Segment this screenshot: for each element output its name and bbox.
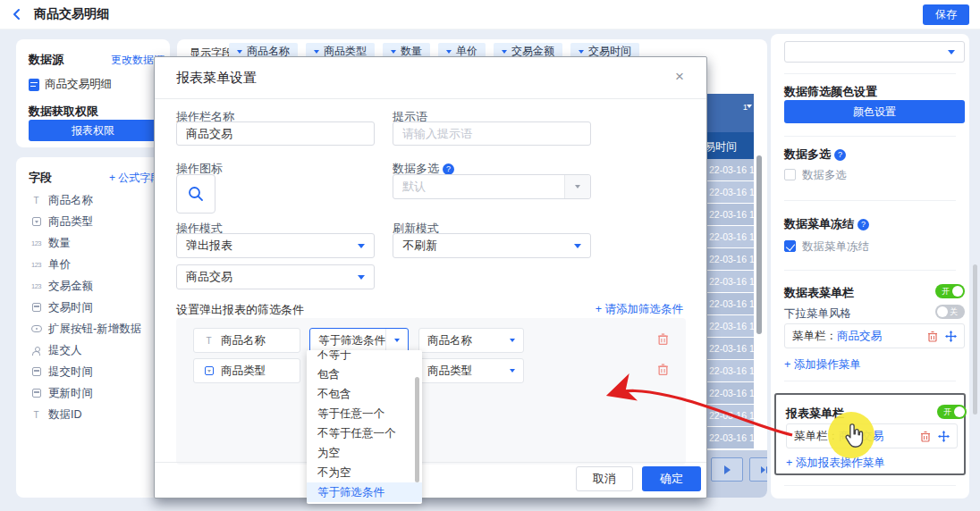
table-scrollbar[interactable] [756, 155, 762, 334]
toggle-knob [954, 406, 965, 417]
mode-dropdown[interactable]: 弹出报表 [176, 233, 375, 258]
table-row[interactable]: 22-03-16 15: [706, 271, 754, 292]
dropdown-style-toggle[interactable]: 关 [935, 305, 965, 319]
add-filter-link[interactable]: + 请添加筛选条件 [596, 302, 683, 317]
color-settings-button[interactable]: 颜色设置 [784, 100, 965, 123]
operator-menu-item[interactable]: 不为空 [307, 463, 422, 482]
time-column-header[interactable]: 交易时间 [706, 132, 754, 159]
table-row[interactable]: 22-03-16 15: [706, 315, 754, 337]
operation-icon-button[interactable] [176, 174, 215, 214]
table-row[interactable]: 22-03-16 15: [706, 338, 754, 359]
table-row[interactable]: 22-03-16 15: [706, 427, 754, 448]
filter-value-dropdown[interactable]: 商品名称 [418, 328, 524, 353]
table-row[interactable]: 22-03-16 15: [706, 382, 754, 404]
table-row[interactable]: 22-03-16 15: [706, 181, 754, 203]
filter-value-dropdown[interactable]: 商品类型 [418, 358, 524, 383]
multi-select-dropdown[interactable]: 默认 [393, 174, 591, 199]
operator-menu-item[interactable]: 不等于任意一个 [307, 423, 422, 443]
button-field-icon [29, 325, 44, 332]
field-item[interactable]: 数量 [16, 232, 170, 254]
bar-name-input[interactable] [176, 121, 375, 146]
multi-select-heading: 数据多选 [784, 147, 846, 163]
settings-top-select[interactable] [784, 41, 965, 63]
table-row[interactable]: 22-03-16 15: [706, 405, 754, 426]
tip-input[interactable] [393, 121, 591, 146]
table-menu-item[interactable]: 菜单栏：商品交易 [784, 323, 965, 348]
cancel-button[interactable]: 取消 [576, 466, 633, 491]
trash-icon[interactable] [920, 431, 931, 442]
datasource-item-label: 商品交易明细 [45, 77, 112, 92]
field-item[interactable]: 数据ID [16, 404, 170, 425]
report-dropdown[interactable]: 商品交易 [176, 264, 375, 289]
refresh-dropdown[interactable]: 不刷新 [393, 233, 591, 258]
trash-icon[interactable] [657, 332, 669, 346]
field-item[interactable]: 商品类型 [16, 211, 170, 232]
filter-operator-dropdown[interactable]: 等于筛选条件 [309, 328, 409, 353]
date-field-icon [29, 367, 44, 376]
last-page-button[interactable] [749, 457, 767, 482]
last-page-icon [766, 466, 768, 473]
report-permission-button[interactable]: 报表权限 [29, 120, 157, 141]
operator-menu-item[interactable]: 为空 [307, 443, 422, 463]
confirm-button[interactable]: 确定 [642, 466, 701, 491]
field-item[interactable]: 更新时间 [16, 382, 170, 404]
move-icon[interactable] [938, 431, 950, 442]
checkbox-checked-icon[interactable] [784, 240, 796, 252]
text-field-icon [29, 410, 44, 420]
chevron-down-icon [314, 50, 319, 54]
operator-menu-item[interactable]: 包含 [307, 364, 422, 384]
close-icon[interactable] [671, 68, 689, 86]
filter-field-box[interactable]: 商品名称 [193, 328, 300, 353]
back-icon[interactable] [11, 8, 23, 21]
operator-menu-item[interactable]: 等于任意一个 [307, 404, 422, 423]
sort-desc-icon [747, 105, 752, 108]
move-icon[interactable] [945, 331, 957, 342]
freeze-heading: 数据菜单冻结 [784, 216, 869, 232]
chevron-down-icon [358, 275, 365, 280]
field-item[interactable]: 交易金额 [16, 275, 170, 297]
table-row[interactable]: 22-03-16 15: [706, 204, 754, 225]
field-item[interactable]: 单价 [16, 254, 170, 275]
next-page-button[interactable] [711, 457, 743, 482]
filter-field-box[interactable]: 商品类型 [193, 358, 300, 383]
field-label: 交易金额 [48, 279, 93, 294]
menu-scrollbar[interactable] [415, 377, 419, 482]
operator-menu-item-selected[interactable]: 等于筛选条件 [307, 482, 422, 502]
trash-icon[interactable] [657, 363, 669, 376]
color-section-heading: 数据筛选颜色设置 [784, 84, 877, 100]
field-item[interactable]: 提交时间 [16, 361, 170, 382]
page-scrollbar[interactable] [973, 264, 977, 415]
datasource-item[interactable]: 商品交易明细 [29, 77, 112, 92]
multi-select-value: 默认 [402, 179, 426, 195]
field-label: 商品名称 [48, 193, 93, 208]
table-menu-toggle[interactable]: 开 [935, 284, 965, 298]
freeze-checkbox-row[interactable]: 数据菜单冻结 [784, 239, 869, 255]
field-label: 交易时间 [48, 300, 93, 315]
operator-menu-item[interactable]: 不包含 [307, 384, 422, 404]
operator-menu-item[interactable]: 不等于 [307, 350, 422, 364]
table-row[interactable]: 22-03-16 15: [706, 159, 754, 180]
table-row[interactable]: 22-03-16 15: [706, 226, 754, 247]
field-item[interactable]: 扩展按钮-新增数据 [16, 318, 170, 339]
save-button[interactable]: 保存 [923, 4, 969, 25]
toggle-knob [952, 286, 963, 297]
table-row[interactable]: 22-03-16 15: [706, 293, 754, 314]
add-menu-link[interactable]: + 添加操作菜单 [784, 357, 861, 373]
select-field-icon [29, 217, 44, 226]
report-menu-toggle[interactable]: 开 [937, 405, 967, 419]
table-row[interactable]: 22-03-16 15: [706, 248, 754, 270]
user-field-icon [29, 347, 44, 355]
chevron-down-icon [510, 369, 515, 373]
help-icon[interactable] [834, 149, 846, 161]
field-item[interactable]: 交易时间 [16, 297, 170, 318]
table-row[interactable]: 22-03-16 15: [706, 360, 754, 381]
multi-select-checkbox-row[interactable]: 数据多选 [784, 168, 847, 183]
next-page-icon [724, 465, 731, 474]
report-value: 商品交易 [186, 269, 232, 285]
trash-icon[interactable] [927, 331, 938, 342]
help-icon[interactable] [858, 219, 869, 230]
add-report-menu-link[interactable]: + 添加报表操作菜单 [786, 456, 885, 471]
field-item[interactable]: 商品名称 [16, 189, 170, 211]
checkbox-unchecked-icon[interactable] [784, 169, 796, 180]
field-item[interactable]: 提交人 [16, 339, 170, 361]
